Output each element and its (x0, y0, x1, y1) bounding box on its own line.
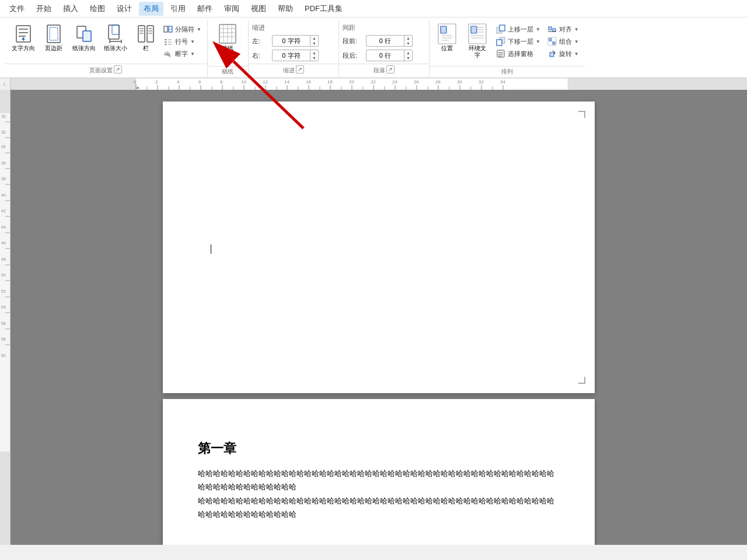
indent-dialog-launcher[interactable]: ↗ (296, 65, 304, 74)
svg-text:30: 30 (457, 79, 462, 85)
spacing-after-down[interactable]: ▼ (404, 55, 412, 61)
svg-text:38: 38 (1, 177, 6, 181)
menu-bar: 文件 开始 插入 绘图 设计 布局 引用 邮件 审阅 视图 帮助 PDF工具集 (0, 0, 747, 18)
hyphenation-button[interactable]: ab c 断字 ▼ (161, 48, 204, 60)
menu-home[interactable]: 开始 (32, 2, 56, 16)
svg-text:22: 22 (371, 79, 376, 85)
send-backward-button[interactable]: 下移一层 ▼ (494, 36, 543, 47)
menu-references[interactable]: 引用 (166, 2, 190, 16)
svg-text:0: 0 (134, 79, 137, 85)
arrange-group-label: 排列 (430, 66, 585, 78)
svg-text:34: 34 (500, 79, 505, 85)
svg-text:54: 54 (1, 305, 6, 309)
margins-button[interactable]: 页边距 (40, 22, 68, 53)
separator-icon (163, 24, 173, 34)
menu-review[interactable]: 审阅 (219, 2, 244, 16)
page-1[interactable] (163, 102, 595, 393)
bring-forward-icon (496, 24, 505, 34)
separator-label: 分隔符 (175, 25, 194, 34)
svg-rect-68 (550, 52, 554, 57)
svg-text:18: 18 (327, 79, 333, 85)
bring-forward-dropdown: ▼ (536, 27, 540, 32)
svg-text:42: 42 (1, 209, 6, 213)
page-2[interactable]: 第一章 哈哈哈哈哈哈哈哈哈哈哈哈哈哈哈哈哈哈哈哈哈哈哈哈哈哈哈哈哈哈哈哈哈哈哈哈… (163, 399, 595, 545)
indent-left-value: 0 字符 (273, 37, 310, 46)
svg-rect-127 (0, 90, 11, 113)
spacing-before-spinner[interactable]: ▲ ▼ (404, 36, 412, 46)
rotate-button[interactable]: 旋转 ▼ (545, 48, 581, 60)
indent-section-label: 缩进 (252, 23, 265, 32)
svg-text:6: 6 (198, 79, 201, 85)
rotate-dropdown: ▼ (574, 51, 579, 57)
indent-left-input[interactable]: 0 字符 ▲ ▼ (272, 35, 319, 47)
wrap-text-icon (467, 23, 488, 44)
spacing-before-input[interactable]: 0 行 ▲ ▼ (366, 35, 413, 47)
svg-rect-70 (11, 78, 136, 90)
ruler-container: L 0 2 4 6 (0, 78, 747, 90)
indent-right-spinner[interactable]: ▲ ▼ (310, 50, 318, 61)
menu-file[interactable]: 文件 (5, 2, 29, 16)
position-button[interactable]: 位置 (433, 22, 461, 53)
separator-dropdown-icon: ▼ (197, 27, 201, 32)
svg-rect-15 (147, 26, 153, 42)
menu-design[interactable]: 设计 (112, 2, 137, 16)
orientation-icon (74, 23, 95, 44)
svg-text:36: 36 (1, 161, 6, 165)
paper-size-button[interactable]: 纸张大小 (100, 22, 131, 53)
menu-mail[interactable]: 邮件 (193, 2, 217, 16)
spacing-before-down[interactable]: ▼ (404, 41, 412, 46)
orientation-label: 纸张方向 (72, 45, 96, 52)
selection-pane-button[interactable]: 选择窗格 (494, 48, 543, 60)
page-setup-dialog-launcher[interactable]: ↗ (114, 65, 122, 74)
menu-pdf[interactable]: PDF工具集 (300, 2, 347, 16)
spacing-after-up[interactable]: ▲ (404, 50, 412, 55)
spacing-after-value: 0 行 (366, 51, 404, 60)
rotate-label: 旋转 (559, 50, 572, 58)
indent-right-up[interactable]: ▲ (310, 50, 318, 55)
indent-left-spinner[interactable]: ▲ ▼ (310, 36, 318, 46)
group-button[interactable]: 组合 ▼ (545, 36, 581, 47)
spacing-after-spinner[interactable]: ▲ ▼ (404, 50, 412, 61)
menu-help[interactable]: 帮助 (273, 2, 298, 16)
group-dropdown: ▼ (574, 39, 579, 44)
spacing-after-input[interactable]: 0 行 ▲ ▼ (366, 50, 413, 61)
bring-forward-label: 上移一层 (508, 25, 533, 34)
ribbon-group-spacing: 间距 段前: 0 行 ▲ ▼ 段后: 0 行 (339, 20, 430, 78)
group-icon (547, 37, 557, 46)
indent-left-down[interactable]: ▼ (310, 41, 318, 46)
svg-rect-8 (83, 31, 91, 41)
menu-insert[interactable]: 插入 (58, 2, 83, 16)
text-direction-button[interactable]: 文字方向 (8, 22, 39, 53)
indent-right-input[interactable]: 0 字符 ▲ ▼ (272, 50, 319, 61)
columns-button[interactable]: 栏 (132, 22, 160, 53)
manuscript-icon (217, 23, 238, 44)
text-direction-label: 文字方向 (12, 45, 35, 52)
paper-size-icon (105, 23, 126, 44)
menu-layout[interactable]: 布局 (139, 2, 163, 16)
main-area: 30 32 34 36 38 40 42 44 46 48 (0, 90, 747, 545)
wrap-text-button[interactable]: 环绕文字 (463, 22, 491, 60)
ribbon-group-arrange: 位置 环绕文字 (430, 20, 585, 78)
selection-pane-icon (496, 49, 505, 58)
separator-button[interactable]: 分隔符 ▼ (161, 23, 204, 35)
indent-left-up[interactable]: ▲ (310, 36, 318, 41)
align-button[interactable]: 对齐 ▼ (545, 23, 581, 35)
menu-view[interactable]: 视图 (246, 2, 271, 16)
line-number-button[interactable]: 行号 ▼ (161, 36, 204, 47)
group-label: 组合 (559, 37, 572, 46)
page-setup-group-label: 页面设置 ↗ (5, 64, 207, 78)
bring-forward-button[interactable]: 上移一层 ▼ (494, 23, 543, 35)
manuscript-settings-button[interactable]: 稿纸设置 (214, 22, 242, 60)
document-area[interactable]: 第一章 哈哈哈哈哈哈哈哈哈哈哈哈哈哈哈哈哈哈哈哈哈哈哈哈哈哈哈哈哈哈哈哈哈哈哈哈… (11, 90, 747, 545)
spacing-dialog-launcher[interactable]: ↗ (386, 65, 395, 74)
svg-text:16: 16 (306, 79, 311, 85)
menu-draw[interactable]: 绘图 (85, 2, 110, 16)
selection-pane-label: 选择窗格 (508, 50, 533, 58)
svg-text:8: 8 (220, 79, 223, 85)
orientation-button[interactable]: 纸张方向 (69, 22, 99, 53)
svg-rect-14 (138, 26, 145, 42)
spacing-before-up[interactable]: ▲ (404, 36, 412, 41)
svg-text:20: 20 (349, 79, 354, 85)
line-number-dropdown-icon: ▼ (190, 39, 195, 44)
indent-right-down[interactable]: ▼ (310, 55, 318, 61)
